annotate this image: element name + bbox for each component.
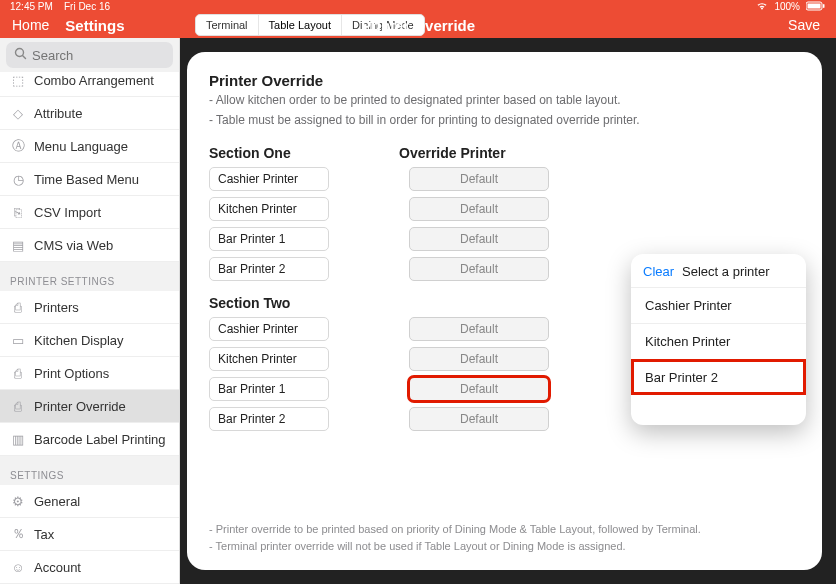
- popover-item-bar2-highlighted[interactable]: Bar Printer 2: [631, 359, 806, 395]
- override-header: Override Printer: [399, 145, 549, 161]
- nav-home[interactable]: Home: [12, 17, 49, 33]
- sidebar-item-label: Attribute: [34, 106, 82, 121]
- svg-line-4: [23, 56, 26, 59]
- content-desc1: - Allow kitchen order to be printed to d…: [209, 91, 800, 109]
- printer-select-popover: Clear Select a printer Cashier Printer K…: [631, 254, 806, 425]
- options-icon: ⎙: [10, 365, 26, 381]
- popover-item-kitchen[interactable]: Kitchen Printer: [631, 323, 806, 359]
- section-one-header: Section One: [209, 145, 399, 161]
- sidebar-item-label: Print Options: [34, 366, 109, 381]
- status-battery: 100%: [774, 1, 800, 12]
- popover-item-cashier[interactable]: Cashier Printer: [631, 287, 806, 323]
- svg-rect-1: [808, 4, 821, 9]
- override-button[interactable]: Default: [409, 167, 549, 191]
- sidebar: ⬚Combo Arrangement ◇Attribute ⒶMenu Lang…: [0, 38, 180, 584]
- nav-settings: Settings: [65, 17, 124, 34]
- language-icon: Ⓐ: [10, 138, 26, 154]
- seg-table-layout[interactable]: Table Layout: [259, 15, 342, 35]
- sidebar-item-label: General: [34, 494, 80, 509]
- sidebar-item-label: Printers: [34, 300, 79, 315]
- override-button[interactable]: Default: [409, 227, 549, 251]
- override-button[interactable]: Default: [409, 257, 549, 281]
- printer-chip[interactable]: Kitchen Printer: [209, 197, 329, 221]
- popover-title: Select a printer: [682, 264, 769, 279]
- search-icon: [14, 46, 27, 64]
- clock-icon: ◷: [10, 171, 26, 187]
- sidebar-item-cms-web[interactable]: ▤CMS via Web: [0, 229, 179, 262]
- content-heading: Printer Override: [209, 72, 800, 89]
- status-date: Fri Dec 16: [64, 1, 110, 12]
- content-desc2: - Table must be assigned to bill in orde…: [209, 111, 800, 129]
- override-button-highlighted[interactable]: Default: [409, 377, 549, 401]
- display-icon: ▭: [10, 332, 26, 348]
- popover-clear-button[interactable]: Clear: [643, 264, 674, 279]
- sidebar-section-printer: PRINTER SETTINGS: [0, 262, 179, 291]
- status-bar: 12:45 PM Fri Dec 16 100%: [0, 0, 836, 12]
- sidebar-item-combo[interactable]: ⬚Combo Arrangement: [0, 72, 179, 97]
- tax-icon: ％: [10, 526, 26, 542]
- override-button[interactable]: Default: [409, 347, 549, 371]
- sidebar-item-label: Time Based Menu: [34, 172, 139, 187]
- tag-icon: ◇: [10, 105, 26, 121]
- save-button[interactable]: Save: [788, 17, 820, 33]
- sidebar-item-kitchen-display[interactable]: ▭Kitchen Display: [0, 324, 179, 357]
- search-input[interactable]: [32, 48, 200, 63]
- printer-chip[interactable]: Bar Printer 1: [209, 227, 329, 251]
- account-icon: ☺: [10, 559, 26, 575]
- sidebar-item-account[interactable]: ☺Account: [0, 551, 179, 584]
- barcode-icon: ▥: [10, 431, 26, 447]
- printer-icon: ⎙: [10, 299, 26, 315]
- sidebar-item-print-options[interactable]: ⎙Print Options: [0, 357, 179, 390]
- sidebar-item-barcode[interactable]: ▥Barcode Label Printing: [0, 423, 179, 456]
- svg-rect-2: [823, 4, 825, 8]
- sidebar-item-printer-override[interactable]: ⎙Printer Override: [0, 390, 179, 423]
- seg-terminal[interactable]: Terminal: [196, 15, 259, 35]
- sidebar-item-label: Combo Arrangement: [34, 73, 154, 88]
- printer-chip[interactable]: Bar Printer 2: [209, 407, 329, 431]
- search-field[interactable]: [6, 42, 173, 68]
- csv-icon: ⎘: [10, 204, 26, 220]
- sidebar-item-label: Menu Language: [34, 139, 128, 154]
- override-icon: ⎙: [10, 398, 26, 414]
- web-icon: ▤: [10, 237, 26, 253]
- gear-icon: ⚙: [10, 493, 26, 509]
- sidebar-item-tax[interactable]: ％Tax: [0, 518, 179, 551]
- printer-chip[interactable]: Bar Printer 1: [209, 377, 329, 401]
- footnote2: - Terminal printer override will not be …: [209, 538, 800, 555]
- override-button[interactable]: Default: [409, 197, 549, 221]
- sidebar-item-printers[interactable]: ⎙Printers: [0, 291, 179, 324]
- sidebar-item-csv-import[interactable]: ⎘CSV Import: [0, 196, 179, 229]
- printer-chip[interactable]: Bar Printer 2: [209, 257, 329, 281]
- sidebar-item-label: Barcode Label Printing: [34, 432, 166, 447]
- sidebar-section-settings: SETTINGS: [0, 456, 179, 485]
- sidebar-item-menu-language[interactable]: ⒶMenu Language: [0, 130, 179, 163]
- sidebar-item-label: CSV Import: [34, 205, 101, 220]
- sidebar-item-label: Printer Override: [34, 399, 126, 414]
- sidebar-item-label: CMS via Web: [34, 238, 113, 253]
- battery-icon: [806, 1, 826, 11]
- page-title: Printer Override: [361, 17, 475, 34]
- status-time: 12:45 PM: [10, 1, 53, 12]
- sidebar-item-attribute[interactable]: ◇Attribute: [0, 97, 179, 130]
- nav-bar: Home Settings Terminal Table Layout Dini…: [0, 12, 836, 38]
- sidebar-item-label: Account: [34, 560, 81, 575]
- sidebar-item-time-menu[interactable]: ◷Time Based Menu: [0, 163, 179, 196]
- printer-chip[interactable]: Cashier Printer: [209, 317, 329, 341]
- sidebar-item-general[interactable]: ⚙General: [0, 485, 179, 518]
- footnote1: - Printer override to be printed based o…: [209, 521, 800, 538]
- wifi-icon: [756, 1, 768, 11]
- override-button[interactable]: Default: [409, 317, 549, 341]
- override-button[interactable]: Default: [409, 407, 549, 431]
- printer-chip[interactable]: Cashier Printer: [209, 167, 329, 191]
- sidebar-item-label: Kitchen Display: [34, 333, 124, 348]
- sidebar-item-label: Tax: [34, 527, 54, 542]
- combo-icon: ⬚: [10, 72, 26, 88]
- printer-chip[interactable]: Kitchen Printer: [209, 347, 329, 371]
